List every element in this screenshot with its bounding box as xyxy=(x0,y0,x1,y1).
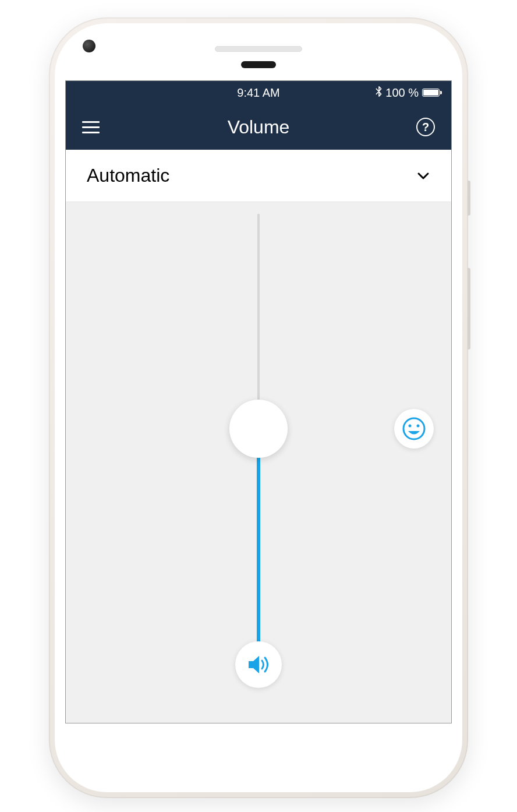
hamburger-icon xyxy=(82,121,100,123)
svg-point-1 xyxy=(409,425,412,428)
mode-label: Automatic xyxy=(87,165,169,186)
phone-frame: 9:41 AM 100 % xyxy=(49,17,468,798)
phone-bottom-hardware xyxy=(65,723,452,782)
svg-point-2 xyxy=(417,425,420,428)
status-right: 100 % xyxy=(375,86,442,100)
svg-point-0 xyxy=(403,418,424,439)
phone-side-button-2 xyxy=(468,268,470,349)
menu-button[interactable] xyxy=(82,121,100,133)
bluetooth-icon xyxy=(375,86,383,100)
slider-fill xyxy=(257,429,260,665)
smiley-icon xyxy=(402,416,426,441)
mute-button[interactable] xyxy=(235,641,282,688)
phone-sensor xyxy=(241,61,276,68)
status-bar: 9:41 AM 100 % xyxy=(66,81,451,104)
phone-side-button-1 xyxy=(468,181,470,216)
slider-thumb[interactable] xyxy=(229,400,288,458)
page-title: Volume xyxy=(228,116,290,138)
help-button[interactable]: ? xyxy=(416,118,435,136)
phone-bezel: 9:41 AM 100 % xyxy=(55,23,462,792)
phone-top-hardware xyxy=(65,34,452,80)
phone-camera xyxy=(83,40,95,52)
battery-icon xyxy=(422,89,442,97)
speaker-icon xyxy=(245,651,272,678)
status-time: 9:41 AM xyxy=(237,86,279,100)
chevron-down-icon xyxy=(416,169,430,183)
mode-selector[interactable]: Automatic xyxy=(66,150,451,202)
app-screen: 9:41 AM 100 % xyxy=(65,80,452,723)
phone-speaker xyxy=(215,46,302,52)
volume-slider-area xyxy=(66,202,451,723)
battery-percent-label: 100 % xyxy=(385,86,419,100)
nav-bar: Volume ? xyxy=(66,104,451,150)
question-mark-icon: ? xyxy=(422,121,429,134)
feedback-button[interactable] xyxy=(394,409,434,449)
